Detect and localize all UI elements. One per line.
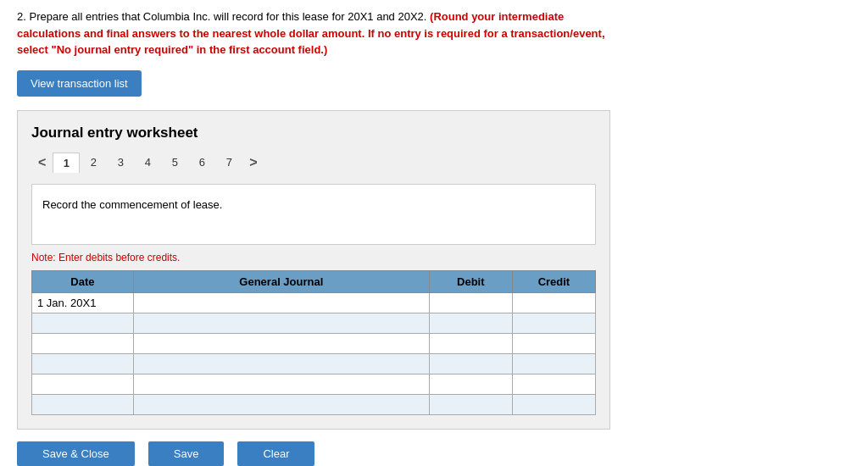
table-row [32, 313, 596, 333]
row-2-credit-input[interactable] [513, 334, 595, 353]
row-5-debit-input[interactable] [430, 395, 512, 414]
row-1-credit-input[interactable] [513, 313, 595, 333]
tab-5[interactable]: 5 [161, 153, 188, 172]
table-header-row: Date General Journal Debit Credit [32, 270, 596, 292]
note-text: Note: Enter debits before credits. [31, 252, 596, 264]
row-4-date-input[interactable] [32, 374, 133, 394]
row-1-journal-input[interactable] [134, 313, 429, 333]
tab-4[interactable]: 4 [134, 153, 161, 172]
row-5-journal-input[interactable] [134, 395, 429, 414]
col-header-debit: Debit [429, 270, 512, 292]
row-5-date-input[interactable] [32, 395, 133, 414]
description-box: Record the commencement of lease. [31, 184, 596, 245]
save-button[interactable]: Save [148, 441, 225, 466]
worksheet-title: Journal entry worksheet [31, 125, 596, 141]
bottom-bar: Save & Close Save Clear [17, 441, 851, 466]
tab-2[interactable]: 2 [80, 153, 107, 172]
row-2-debit-input[interactable] [430, 334, 512, 353]
tab-7[interactable]: 7 [215, 153, 242, 172]
page-container: 2. Prepare all entries that Columbia Inc… [0, 0, 868, 466]
description-text: Record the commencement of lease. [42, 198, 222, 211]
tab-6[interactable]: 6 [188, 153, 215, 172]
table-row [32, 353, 596, 374]
journal-tbody [32, 292, 596, 414]
clear-button[interactable]: Clear [237, 441, 314, 466]
row-5-credit-input[interactable] [513, 395, 595, 414]
row-0-debit-input[interactable] [430, 293, 512, 313]
question-text: 2. Prepare all entries that Columbia Inc… [17, 8, 627, 58]
row-0-date-input[interactable] [32, 293, 133, 313]
col-header-date: Date [32, 270, 134, 292]
row-1-date-input[interactable] [32, 313, 133, 333]
col-header-credit: Credit [512, 270, 595, 292]
question-plain: Prepare all entries that Columbia Inc. w… [29, 10, 430, 23]
row-3-debit-input[interactable] [430, 354, 512, 374]
row-3-journal-input[interactable] [134, 354, 429, 374]
table-row [32, 374, 596, 394]
row-3-date-input[interactable] [32, 354, 133, 374]
tab-next-button[interactable]: > [242, 152, 264, 174]
row-4-journal-input[interactable] [134, 374, 429, 394]
save-close-button[interactable]: Save & Close [17, 441, 135, 466]
tabs-row: < 1 2 3 4 5 6 7 > [31, 152, 596, 174]
tab-prev-button[interactable]: < [31, 152, 53, 174]
row-0-credit-input[interactable] [513, 293, 595, 313]
journal-table: Date General Journal Debit Credit [31, 270, 596, 415]
table-row [32, 333, 596, 353]
tab-1[interactable]: 1 [53, 153, 80, 173]
row-2-date-input[interactable] [32, 334, 133, 353]
row-1-debit-input[interactable] [430, 313, 512, 333]
row-3-credit-input[interactable] [513, 354, 595, 374]
worksheet-container: Journal entry worksheet < 1 2 3 4 5 6 7 … [17, 110, 610, 430]
row-4-debit-input[interactable] [430, 374, 512, 394]
tab-3[interactable]: 3 [107, 153, 134, 172]
view-transaction-list-button[interactable]: View transaction list [17, 70, 142, 97]
table-row [32, 292, 596, 313]
question-number: 2. [17, 10, 26, 23]
table-row [32, 394, 596, 414]
row-4-credit-input[interactable] [513, 374, 595, 394]
col-header-journal: General Journal [133, 270, 429, 292]
row-2-journal-input[interactable] [134, 334, 429, 353]
row-0-journal-input[interactable] [134, 293, 429, 313]
